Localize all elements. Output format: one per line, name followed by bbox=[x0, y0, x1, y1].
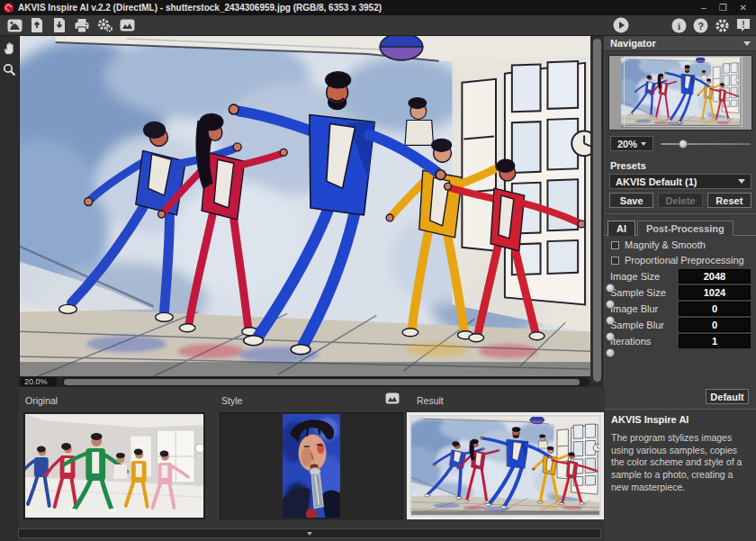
horizontal-scrollbar-thumb[interactable] bbox=[64, 379, 580, 385]
zoom-value: 20% bbox=[617, 139, 637, 149]
iterations-param: Iterations 1 bbox=[605, 331, 756, 347]
sample-size-value[interactable]: 1024 bbox=[679, 285, 751, 300]
maximize-button[interactable]: ❐ bbox=[719, 4, 727, 13]
vertical-scrollbar[interactable] bbox=[591, 36, 603, 387]
proportional-preprocessing-checkbox[interactable] bbox=[611, 257, 619, 265]
image-blur-slider-handle[interactable] bbox=[606, 316, 615, 325]
image-blur-value[interactable]: 0 bbox=[679, 302, 751, 316]
sample-blur-label: Sample Blur bbox=[610, 320, 664, 330]
zoom-tool-icon[interactable] bbox=[2, 61, 18, 77]
reset-preset-button[interactable]: Reset bbox=[707, 193, 752, 208]
navigator-collapse-icon[interactable] bbox=[743, 41, 751, 46]
help-icon[interactable]: ? bbox=[692, 17, 708, 33]
magnify-smooth-row[interactable]: Magnify & Smooth bbox=[605, 236, 756, 251]
image-blur-label: Image Blur bbox=[610, 303, 658, 314]
result-thumbnail[interactable] bbox=[407, 412, 604, 519]
minimize-button[interactable]: – bbox=[701, 4, 706, 13]
vertical-scrollbar-thumb[interactable] bbox=[593, 39, 601, 382]
batch-processing-icon[interactable] bbox=[96, 17, 112, 33]
default-button[interactable]: Default bbox=[706, 389, 749, 404]
image-size-label: Image Size bbox=[610, 271, 660, 282]
zoom-dropdown-icon bbox=[641, 142, 646, 146]
svg-text:!: ! bbox=[742, 20, 744, 30]
image-size-slider-handle[interactable] bbox=[606, 284, 615, 293]
navigator-thumbnail[interactable] bbox=[608, 55, 752, 131]
about-title: AKVIS Inspire AI bbox=[611, 414, 750, 425]
thumbnails-panel: Original Style Result bbox=[18, 387, 605, 541]
result-image-thumb bbox=[411, 417, 599, 515]
panel-collapse-bar[interactable] bbox=[18, 528, 601, 538]
delete-preset-button[interactable]: Delete bbox=[658, 193, 702, 208]
about-panel: AKVIS Inspire AI The program stylizes im… bbox=[605, 409, 756, 541]
toolbar: i ? ! bbox=[0, 15, 756, 36]
image-blur-param: Image Blur 0 bbox=[605, 299, 756, 315]
zoom-slider-handle[interactable] bbox=[679, 140, 688, 149]
style-image bbox=[283, 414, 340, 518]
navigator-title: Navigator bbox=[610, 38, 656, 49]
zoom-select-button[interactable]: 20% bbox=[610, 136, 653, 151]
zoom-slider[interactable] bbox=[661, 139, 751, 149]
proportional-preprocessing-row[interactable]: Proportional Preprocessing bbox=[605, 251, 756, 266]
magnify-smooth-label: Magnify & Smooth bbox=[625, 239, 706, 250]
original-image bbox=[25, 414, 203, 518]
presets-label: Presets bbox=[605, 155, 756, 173]
sample-size-label: Sample Size bbox=[610, 287, 666, 298]
settings-tabs: AI Post-Processing bbox=[605, 218, 756, 236]
preset-selected-value: AKVIS Default (1) bbox=[616, 176, 697, 187]
close-button[interactable]: ✕ bbox=[740, 4, 747, 13]
save-image-icon[interactable] bbox=[51, 17, 68, 33]
collapse-arrow-icon bbox=[307, 532, 312, 536]
image-size-param: Image Size 2048 bbox=[605, 266, 756, 283]
divider bbox=[605, 213, 756, 214]
save-preset-button[interactable]: Save bbox=[609, 193, 653, 208]
info-icon[interactable]: i bbox=[670, 17, 687, 33]
settings-panel: Navigator 20% Presets AKVIS Default (1) … bbox=[604, 36, 756, 541]
workspace-icon[interactable] bbox=[6, 17, 22, 33]
result-label: Result bbox=[417, 395, 444, 406]
horizontal-scrollbar[interactable] bbox=[62, 377, 589, 386]
about-text: The program stylizes images using variou… bbox=[611, 432, 750, 493]
sample-size-param: Sample Size 1024 bbox=[605, 283, 756, 299]
proportional-preprocessing-label: Proportional Preprocessing bbox=[625, 255, 744, 266]
tab-ai[interactable]: AI bbox=[608, 221, 635, 236]
navigator-preview-image bbox=[621, 58, 740, 128]
preset-dropdown[interactable]: AKVIS Default (1) bbox=[609, 174, 752, 189]
sample-size-slider-handle[interactable] bbox=[606, 300, 615, 309]
sample-blur-value[interactable]: 0 bbox=[679, 318, 751, 332]
choose-style-image-icon[interactable] bbox=[383, 390, 401, 406]
zoom-readout: 20.0% bbox=[21, 377, 57, 386]
magnify-smooth-checkbox[interactable] bbox=[611, 241, 619, 249]
original-thumbnail[interactable] bbox=[23, 412, 205, 519]
style-label: Style bbox=[221, 395, 242, 406]
canvas-statusbar: 20.0% bbox=[20, 376, 590, 387]
navigator-header[interactable]: Navigator bbox=[605, 36, 756, 51]
svg-text:i: i bbox=[677, 20, 680, 31]
print-icon[interactable] bbox=[74, 17, 90, 33]
open-image-icon[interactable] bbox=[29, 17, 45, 33]
iterations-slider-handle[interactable] bbox=[606, 348, 615, 357]
original-label: Original bbox=[25, 395, 58, 406]
left-strip-extension bbox=[0, 387, 18, 541]
window-title: AKVIS Inspire AI v.2.2 (DirectML) - shut… bbox=[18, 3, 382, 13]
result-image bbox=[20, 36, 590, 376]
style-thumbnail[interactable] bbox=[220, 412, 403, 519]
tab-post-processing[interactable]: Post-Processing bbox=[637, 221, 734, 236]
preset-dropdown-icon bbox=[738, 179, 745, 184]
svg-text:?: ? bbox=[698, 20, 704, 31]
app-logo-icon bbox=[4, 3, 14, 13]
iterations-label: Iterations bbox=[610, 336, 651, 347]
preferences-gear-icon[interactable] bbox=[714, 17, 730, 33]
feedback-icon[interactable]: ! bbox=[735, 17, 752, 33]
titlebar: AKVIS Inspire AI v.2.2 (DirectML) - shut… bbox=[0, 0, 756, 15]
run-button[interactable] bbox=[613, 17, 629, 33]
image-canvas[interactable] bbox=[20, 36, 590, 376]
sample-blur-param: Sample Blur 0 bbox=[605, 315, 756, 331]
share-image-icon[interactable] bbox=[119, 17, 135, 33]
iterations-value[interactable]: 1 bbox=[679, 334, 751, 348]
sample-blur-slider-handle[interactable] bbox=[606, 332, 615, 341]
hand-tool-icon[interactable] bbox=[2, 40, 18, 56]
tool-strip bbox=[0, 36, 20, 387]
image-size-value[interactable]: 2048 bbox=[679, 269, 751, 284]
